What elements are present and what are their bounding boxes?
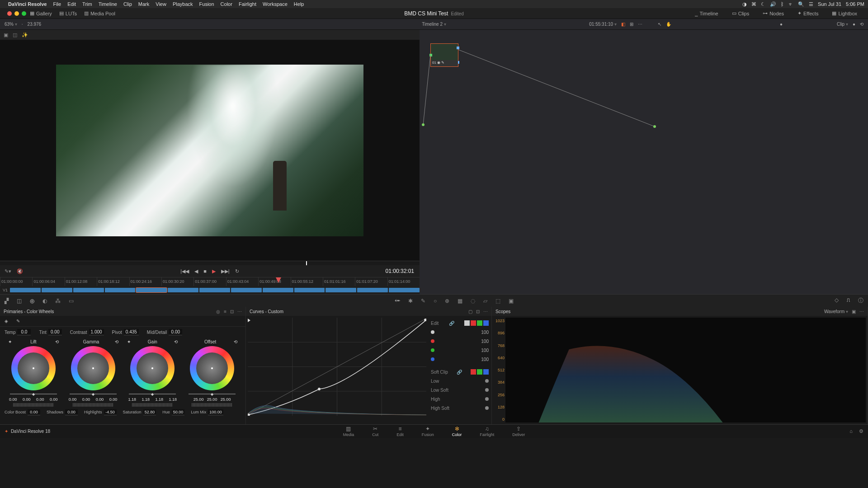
3d-icon[interactable]: ▣ — [509, 298, 514, 304]
menu-trim[interactable]: Trim — [82, 1, 92, 7]
luts-button[interactable]: ▤ LUTs — [59, 10, 77, 16]
fairlight-page[interactable]: ♫Fairlight — [480, 426, 494, 437]
window-icon[interactable]: ○ — [434, 298, 437, 304]
info-icon[interactable]: ⓘ — [858, 297, 863, 305]
contrast-value[interactable]: 1.000 — [89, 329, 104, 335]
hue-value[interactable]: 50.00 — [172, 409, 185, 415]
sub-reset-icon[interactable]: ⟲ — [860, 22, 863, 27]
warper-icon[interactable]: ✱ — [408, 298, 413, 304]
pick-black-icon[interactable]: ✦ — [8, 339, 12, 344]
sub-dot-icon[interactable]: ● — [853, 22, 855, 27]
custom-curve-icon[interactable]: ▢ — [468, 309, 472, 314]
menu-help[interactable]: Help — [294, 1, 304, 7]
mid-value[interactable]: 0.00 — [169, 329, 182, 335]
status-icon[interactable]: ⌘ — [751, 1, 756, 7]
deliver-page[interactable]: ⇪Deliver — [512, 426, 525, 437]
timeline-ruler[interactable]: 01:00:00:0001:00:06:04 01:00:12:0801:00:… — [0, 277, 420, 286]
highlights-value[interactable]: -4.50 — [104, 409, 117, 415]
lift-jog[interactable] — [13, 403, 54, 407]
scope-mode-dropdown[interactable]: Waveform — [824, 309, 848, 314]
curve-editor[interactable] — [248, 318, 426, 422]
mediapool-button[interactable]: ▥ Media Pool — [84, 10, 115, 16]
pivot-value[interactable]: 0.435 — [124, 329, 139, 335]
lift-ywheel[interactable] — [10, 393, 57, 394]
lowsoft-slider[interactable] — [485, 388, 489, 392]
search-icon[interactable]: 🔍 — [798, 1, 804, 7]
reset-icon[interactable]: ⟲ — [174, 339, 178, 344]
lift-wheel[interactable] — [11, 346, 56, 390]
bluetooth-icon[interactable]: ᛒ — [781, 1, 784, 7]
scope-layout-icon[interactable]: ▣ — [852, 309, 856, 314]
wheels-mode-icon[interactable]: ◎ — [216, 309, 220, 314]
qualifier-icon[interactable]: ✎ — [421, 298, 425, 304]
channel-switches[interactable] — [464, 320, 489, 326]
lightbox-button[interactable]: ▦ Lightbox — [832, 10, 857, 16]
menu-mark[interactable]: Mark — [138, 1, 149, 7]
options-icon[interactable]: ⋯ — [483, 309, 488, 314]
log-mode-icon[interactable]: ⊡ — [230, 309, 234, 314]
clip-dropdown[interactable]: Clip — [837, 22, 848, 27]
menu-view[interactable]: View — [156, 1, 166, 7]
keyframe-icon[interactable]: ◇ — [835, 297, 839, 305]
colorboost-value[interactable]: 0.00 — [28, 409, 40, 415]
shadows-value[interactable]: 0.00 — [65, 409, 78, 415]
timeline-dropdown[interactable]: Timeline 2 — [422, 22, 446, 27]
menu-clip[interactable]: Clip — [123, 1, 132, 7]
effects-panel-button[interactable]: ✦ Effects — [797, 10, 818, 16]
prev-frame-button[interactable]: ◀ — [194, 268, 198, 274]
menu-fusion[interactable]: Fusion — [199, 1, 214, 7]
sizing-icon[interactable]: ⬚ — [495, 298, 500, 304]
node-01[interactable]: 01 ◉ ✎ — [430, 43, 458, 67]
cut-page[interactable]: ✂Cut — [372, 426, 378, 437]
options-icon[interactable]: ⋯ — [237, 309, 242, 314]
thumbnail-timeline[interactable]: V1 — [0, 286, 420, 294]
reset-icon[interactable]: ⟲ — [234, 339, 237, 344]
hand-icon[interactable]: ✋ — [666, 22, 671, 27]
fullscreen-button[interactable] — [22, 11, 26, 16]
menu-edit[interactable]: Edit — [67, 1, 76, 7]
link-icon[interactable]: 🔗 — [457, 370, 462, 375]
timeline-panel-button[interactable]: ⎯ Timeline — [695, 11, 718, 16]
motion-icon[interactable]: ▭ — [69, 298, 74, 304]
next-frame-button[interactable]: ▶▶| — [221, 268, 230, 274]
bypass-icon[interactable]: ⊞ — [630, 22, 633, 27]
tint-value[interactable]: 0.00 — [48, 329, 62, 335]
lummix-value[interactable]: 100.00 — [208, 409, 223, 415]
bars-mode-icon[interactable]: ≡ — [224, 309, 226, 314]
rgb-mixer-icon[interactable]: ⁂ — [55, 298, 61, 304]
reset-icon[interactable]: ⟲ — [115, 339, 118, 344]
options-icon[interactable]: ⋯ — [859, 309, 864, 314]
menu-workspace[interactable]: Workspace — [263, 1, 288, 7]
temp-value[interactable]: 0.0 — [17, 329, 31, 335]
saturation-value[interactable]: 52.80 — [143, 409, 156, 415]
key-icon[interactable]: ▱ — [483, 298, 487, 304]
tracking-icon[interactable]: ⊕ — [445, 298, 449, 304]
magic-mask-icon[interactable]: ▦ — [458, 298, 462, 304]
first-frame-button[interactable]: |◀◀ — [180, 268, 189, 274]
clips-panel-button[interactable]: ▭ Clips — [732, 10, 749, 16]
gamma-wheel[interactable] — [71, 346, 115, 390]
hdr-icon[interactable]: ◐ — [42, 298, 47, 304]
app-name[interactable]: DaVinci Resolve — [8, 1, 47, 7]
minimize-button[interactable] — [14, 11, 19, 16]
waveform-scope[interactable] — [505, 318, 866, 422]
project-settings-icon[interactable]: ⚙ — [859, 428, 863, 434]
gallery-button[interactable]: ▦ Gallery — [30, 10, 52, 16]
menu-timeline[interactable]: Timeline — [99, 1, 117, 7]
auto-balance-icon[interactable]: ◈ — [5, 319, 8, 324]
menu-playback[interactable]: Playback — [173, 1, 193, 7]
pick-white-icon[interactable]: ✦ — [127, 339, 131, 344]
options-icon[interactable]: ⋯ — [638, 22, 642, 27]
mini-scrubber[interactable] — [0, 261, 420, 265]
high-slider[interactable] — [485, 397, 489, 401]
node-zoom-dot[interactable]: ● — [780, 22, 783, 27]
offset-wheel[interactable] — [190, 346, 234, 390]
status-icon[interactable]: ◑ — [742, 1, 747, 7]
menu-fairlight[interactable]: Fairlight — [239, 1, 256, 7]
gamma-ywheel[interactable] — [70, 393, 117, 394]
mute-icon[interactable]: 🔇 — [17, 268, 23, 274]
camera-raw-icon[interactable]: ▞ — [5, 298, 9, 304]
g-intensity[interactable]: 100 — [481, 348, 489, 353]
y-channel[interactable] — [464, 320, 470, 326]
offset-ywheel[interactable] — [189, 393, 236, 394]
